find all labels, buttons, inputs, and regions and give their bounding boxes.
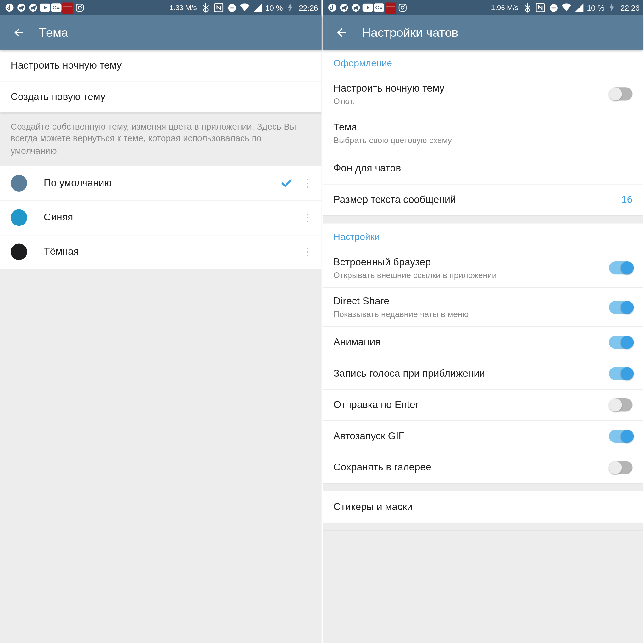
dnd-icon [548, 2, 559, 14]
toggle-direct-share[interactable] [609, 301, 632, 314]
bluetooth-icon [522, 2, 533, 14]
charging-icon [606, 2, 618, 14]
svg-point-16 [404, 5, 405, 6]
section-header-settings: Настройки [323, 224, 643, 248]
theme-label: Тёмная [44, 246, 280, 258]
row-raise-to-record[interactable]: Запись голоса при приближении [323, 358, 643, 389]
row-animation[interactable]: Анимация [323, 326, 643, 358]
nfc-icon [535, 2, 546, 14]
youtube-icon [39, 2, 50, 14]
row-create-theme[interactable]: Создать новую тему [0, 81, 322, 113]
clock: 22:26 [620, 3, 640, 12]
news-icon: G≡ [374, 3, 384, 12]
telegram-icon-2 [350, 2, 361, 14]
app-icon [62, 2, 73, 14]
check-icon [280, 177, 299, 190]
row-theme[interactable]: Тема Выбрать свою цветовую схему [323, 114, 643, 153]
svg-rect-14 [399, 4, 406, 11]
toggle-gallery[interactable] [609, 461, 632, 474]
wifi-icon [561, 2, 572, 14]
dnd-icon [226, 2, 238, 14]
tiktok-icon [326, 2, 338, 14]
row-chat-background[interactable]: Фон для чатов [323, 153, 643, 184]
row-autoplay-gif[interactable]: Автозапуск GIF [323, 420, 643, 452]
toggle-voice[interactable] [609, 367, 632, 380]
svg-point-6 [81, 5, 82, 6]
theme-item-dark[interactable]: Тёмная ⋮ [0, 235, 322, 269]
theme-label: Синяя [44, 212, 280, 224]
toggle-gif[interactable] [609, 430, 632, 443]
row-browser[interactable]: Встроенный браузер Открывать внешние ссы… [323, 248, 643, 287]
svg-rect-4 [76, 4, 83, 11]
nfc-icon [213, 2, 225, 14]
swatch-icon [11, 244, 27, 260]
row-title: Отправка по Enter [333, 399, 419, 411]
row-subtitle: Открывать внешние ссылки в приложении [333, 270, 602, 279]
svg-rect-9 [230, 7, 234, 8]
telegram-icon-2 [27, 2, 38, 14]
battery-pct: 10 % [265, 3, 283, 12]
charging-icon [285, 2, 296, 14]
row-label: Настроить ночную тему [11, 59, 122, 71]
screen-chat-settings: G≡ ⋯ 1.96 M/s 10 % [322, 0, 643, 643]
status-bar: G≡ ⋯ 1.33 M/s 10 % [0, 0, 322, 15]
bluetooth-icon [200, 2, 212, 14]
tiktok-icon [3, 2, 15, 14]
row-title: Фон для чатов [333, 163, 401, 175]
content: Настроить ночную тему Создать новую тему… [0, 50, 322, 643]
wifi-icon [239, 2, 251, 14]
row-title: Автозапуск GIF [333, 430, 405, 442]
battery-pct: 10 % [587, 3, 604, 12]
theme-label: По умолчанию [44, 177, 280, 189]
clock: 22:26 [299, 3, 318, 12]
youtube-icon [362, 2, 373, 14]
row-subtitle: Откл. [333, 96, 602, 106]
status-bar: G≡ ⋯ 1.96 M/s 10 % [323, 0, 643, 15]
screen-theme: G≡ ⋯ 1.33 M/s 10 % [0, 0, 322, 643]
instagram-icon [397, 2, 408, 14]
row-label: Создать новую тему [11, 91, 105, 103]
app-bar: Настройки чатов [323, 15, 643, 50]
overflow-icon[interactable]: ⋮ [299, 246, 316, 258]
theme-item-blue[interactable]: Синяя ⋮ [0, 200, 322, 235]
row-night-theme[interactable]: Настроить ночную тему Откл. [323, 75, 643, 114]
theme-item-default[interactable]: По умолчанию ⋮ [0, 166, 322, 200]
toggle-browser[interactable] [609, 261, 632, 274]
row-subtitle: Показывать недавние чаты в меню [333, 309, 602, 319]
overflow-icon[interactable]: ⋮ [299, 211, 316, 224]
more-icon: ⋯ [154, 2, 165, 14]
more-icon: ⋯ [476, 2, 487, 14]
row-title: Тема [333, 122, 632, 134]
net-speed: 1.33 M/s [169, 3, 197, 12]
hint-text: Создайте собственную тему, изменяя цвета… [0, 112, 322, 166]
row-title: Встроенный браузер [333, 256, 602, 268]
app-bar: Тема [0, 15, 322, 50]
row-send-enter[interactable]: Отправка по Enter [323, 389, 643, 420]
swatch-icon [11, 175, 27, 192]
back-button[interactable] [7, 21, 31, 44]
row-stickers[interactable]: Стикеры и маски [323, 491, 643, 523]
overflow-icon[interactable]: ⋮ [299, 177, 316, 190]
row-direct-share[interactable]: Direct Share Показывать недавние чаты в … [323, 287, 643, 326]
row-title: Direct Share [333, 296, 602, 308]
toggle-enter[interactable] [609, 398, 632, 411]
section-header-design: Оформление [323, 50, 643, 75]
row-save-gallery[interactable]: Сохранять в галерее [323, 452, 643, 483]
app-icon [385, 2, 396, 14]
row-title: Настроить ночную тему [333, 82, 602, 94]
row-title: Стикеры и маски [333, 501, 413, 513]
toggle-night[interactable] [609, 87, 632, 100]
signal-icon [252, 2, 264, 14]
toggle-animation[interactable] [609, 336, 632, 349]
row-text-size[interactable]: Размер текста сообщений 16 [323, 184, 643, 215]
row-title: Сохранять в галерее [333, 462, 431, 474]
row-title: Запись голоса при приближении [333, 368, 485, 380]
back-button[interactable] [330, 21, 353, 44]
row-subtitle: Выбрать свою цветовую схему [333, 136, 632, 145]
row-night-theme[interactable]: Настроить ночную тему [0, 50, 322, 81]
row-title: Размер текста сообщений [333, 194, 456, 206]
telegram-icon [15, 2, 27, 14]
content[interactable]: Оформление Настроить ночную тему Откл. Т… [323, 50, 643, 643]
svg-rect-19 [551, 7, 556, 8]
text-size-value: 16 [621, 194, 633, 206]
